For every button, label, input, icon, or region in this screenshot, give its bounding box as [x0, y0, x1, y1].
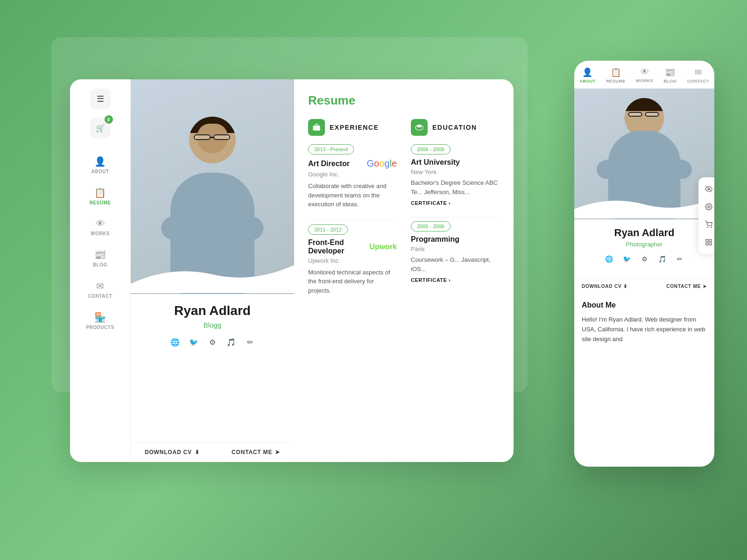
- mobile-social-twitter[interactable]: 🐦: [620, 252, 633, 266]
- mobile-wave: [574, 190, 714, 219]
- main-scene: ☰ 🛒 0 👤 ABOUT 📋 RESUME 👁 WORKS 📰 BLOG: [23, 37, 724, 527]
- sidebar-item-works[interactable]: 👁 WORKS: [70, 214, 130, 241]
- mobile-hair: [625, 98, 664, 111]
- sidebar-item-resume[interactable]: 📋 RESUME: [70, 182, 130, 210]
- mobile-actions: DOWNLOAD CV ⬇ CONTACT ME ➤: [574, 279, 714, 294]
- person-head: [189, 117, 236, 163]
- resume-label: RESUME: [90, 200, 111, 205]
- mobile-social-web[interactable]: 🌐: [602, 252, 615, 266]
- social-web[interactable]: 🌐: [169, 336, 182, 349]
- exp-company-1: Google Inc.: [308, 171, 397, 178]
- mobile-profile-name: Ryan Adlard: [614, 227, 675, 239]
- exp-role-title-2: Front-End Developer: [308, 238, 369, 255]
- social-links: 🌐 🐦 ⚙ 🎵 ✏: [169, 336, 256, 349]
- svg-point-4: [707, 227, 708, 227]
- tool-settings[interactable]: [701, 199, 714, 215]
- social-pen[interactable]: ✏: [243, 336, 256, 349]
- svg-rect-8: [709, 243, 712, 245]
- mobile-nav-works[interactable]: 👁 WORKS: [632, 67, 657, 84]
- exp-desc-1: Collaborate with creative and developmen…: [308, 182, 397, 209]
- mobile-contact-me[interactable]: CONTACT ME ➤: [666, 284, 707, 289]
- social-twitter[interactable]: 🐦: [187, 336, 200, 349]
- experience-icon: [308, 119, 325, 136]
- exp-role-title-1: Art Director: [308, 160, 350, 168]
- download-cv-button[interactable]: DOWNLOAD CV ⬇: [145, 449, 200, 455]
- contact-me-button[interactable]: CONTACT ME ➤: [232, 449, 280, 455]
- svg-rect-6: [706, 239, 708, 242]
- mobile-download-cv[interactable]: DOWNLOAD CV ⬇: [582, 284, 627, 289]
- cart-button[interactable]: 🛒 0: [90, 118, 111, 138]
- mobile-about-content: Hello! I'm Ryan Adlard. Web designer fro…: [582, 315, 707, 344]
- edu-place-2: Paris: [411, 245, 500, 252]
- mobile-download-icon: ⬇: [623, 284, 627, 289]
- mobile-works-icon: 👁: [641, 67, 649, 77]
- tool-eye[interactable]: [701, 181, 714, 197]
- about-icon: 👤: [94, 156, 106, 167]
- mobile-resume-label: RESUME: [606, 79, 626, 84]
- mobile-contact-icon: ✉: [695, 67, 702, 77]
- contact-me-label: CONTACT ME: [232, 449, 272, 455]
- svg-rect-9: [706, 243, 708, 245]
- mobile-resume-icon: 📋: [611, 67, 621, 77]
- cart-icon: 🛒: [96, 124, 105, 133]
- person-arm-left: [159, 210, 201, 242]
- exp-date-2: 2011 - 2012: [308, 224, 348, 235]
- menu-button[interactable]: ☰: [90, 89, 111, 109]
- resume-content: Resume EXPERIENCE: [294, 79, 514, 462]
- mobile-about-icon: 👤: [582, 67, 592, 77]
- resume-heading: Resume: [308, 93, 500, 108]
- mobile-nav-resume[interactable]: 📋 RESUME: [602, 67, 629, 84]
- education-header: EDUCATION: [411, 119, 500, 136]
- exp-role-2: Front-End Developer Upwork: [308, 238, 397, 255]
- sidebar-item-about[interactable]: 👤 ABOUT: [70, 151, 130, 179]
- mobile-contact-label: CONTACT ME: [666, 284, 701, 289]
- exp-item-2: 2011 - 2012 Front-End Developer Upwork U…: [308, 224, 397, 295]
- mobile-about-section: About Me Hello! I'm Ryan Adlard. Web des…: [574, 294, 714, 467]
- glasses-bridge: [211, 137, 214, 138]
- edu-place-1: New York: [411, 168, 500, 175]
- profile-info: Ryan Adlard Blogg 🌐 🐦 ⚙ 🎵 ✏: [131, 294, 294, 442]
- exp-date-1: 2013 - Present: [308, 144, 354, 154]
- svg-point-5: [711, 227, 712, 227]
- mobile-profile-info: Ryan Adlard Photographer 🌐 🐦 ⚙ 🎵 ✏: [574, 219, 714, 279]
- mobile-nav-contact[interactable]: ✉ CONTACT: [684, 67, 713, 84]
- profile-section: Ryan Adlard Blogg 🌐 🐦 ⚙ 🎵 ✏ DOWNLOAD CV …: [131, 79, 294, 462]
- mobile-blog-icon: 📰: [665, 67, 675, 77]
- products-icon: 🏪: [94, 312, 106, 323]
- mobile-card: 👤 ABOUT 📋 RESUME 👁 WORKS 📰 BLOG ✉ CONTAC…: [574, 61, 714, 467]
- social-spotify[interactable]: 🎵: [225, 336, 238, 349]
- social-github[interactable]: ⚙: [206, 336, 219, 349]
- mobile-nav-blog[interactable]: 📰 BLOG: [660, 67, 680, 84]
- edu-title-1: Art University: [411, 158, 500, 167]
- mobile-profile-title: Photographer: [626, 241, 663, 248]
- resume-rest: esume: [317, 93, 355, 107]
- mobile-social-pen[interactable]: ✏: [673, 252, 686, 266]
- mobile-about-heading: About Me: [582, 301, 707, 309]
- tools-panel: [698, 177, 714, 254]
- education-column: EDUCATION 2006 - 2008 Art University New…: [411, 119, 500, 306]
- sidebar-item-blog[interactable]: 📰 BLOG: [70, 245, 130, 272]
- resume-r: R: [308, 93, 317, 107]
- mobile-social-spotify[interactable]: 🎵: [655, 252, 669, 266]
- mobile-send-icon: ➤: [703, 284, 707, 289]
- resume-columns: EXPERIENCE 2013 - Present Art Director G…: [308, 119, 500, 306]
- mobile-nav-about[interactable]: 👤 ABOUT: [576, 67, 599, 84]
- tool-cart[interactable]: [701, 217, 714, 232]
- google-logo: Google: [366, 158, 397, 169]
- sidebar-item-products[interactable]: 🏪 PRODUCTS: [70, 307, 130, 335]
- mobile-contact-label: CONTACT: [687, 79, 709, 84]
- experience-title: EXPERIENCE: [330, 124, 379, 131]
- profile-title: Blogg: [204, 321, 221, 329]
- main-resume-card: ☰ 🛒 0 👤 ABOUT 📋 RESUME 👁 WORKS 📰 BLOG: [70, 79, 514, 462]
- mobile-download-label: DOWNLOAD CV: [582, 284, 621, 289]
- edu-cert-2[interactable]: CERTIFICATE: [411, 277, 500, 283]
- works-label: WORKS: [91, 231, 110, 236]
- tool-grid[interactable]: [701, 234, 714, 250]
- sidebar-item-contact[interactable]: ✉ CONTACT: [70, 276, 130, 303]
- edu-cert-1[interactable]: CERTIFICATE: [411, 200, 500, 206]
- svg-rect-0: [313, 126, 320, 131]
- works-icon: 👁: [96, 218, 105, 229]
- mobile-social-github[interactable]: ⚙: [638, 252, 651, 266]
- photo-wave: [131, 256, 294, 294]
- divider-2: [411, 217, 500, 217]
